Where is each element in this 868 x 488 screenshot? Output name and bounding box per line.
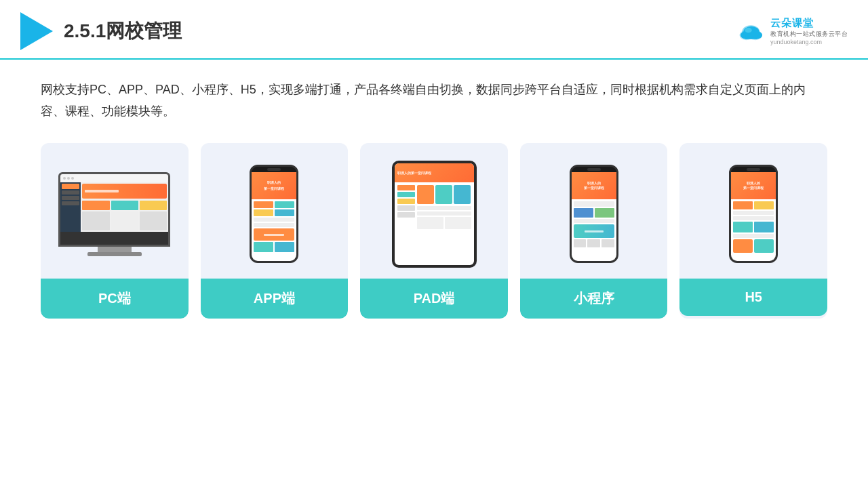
brand-logo: 云朵课堂 教育机构一站式服务云平台 yunduoketang.com — [736, 17, 848, 45]
card-pc-image — [41, 143, 189, 279]
tablet-screen: 职涯人的第一堂问课程 — [395, 163, 474, 265]
brand-slogan: 教育机构一站式服务云平台 — [770, 30, 848, 39]
cards-container: PC端 职涯人的 第一堂问课程 — [41, 143, 827, 319]
card-h5-label-text: H5 — [745, 289, 762, 304]
card-app-label: APP端 — [201, 279, 349, 319]
main-content: 网校支持PC、APP、PAD、小程序、H5，实现多端打通，产品各终端自由切换，数… — [0, 60, 868, 332]
card-pad-image: 职涯人的第一堂问课程 — [360, 143, 508, 279]
card-pc-label-text: PC端 — [98, 291, 131, 306]
brand-text: 云朵课堂 教育机构一站式服务云平台 yunduoketang.com — [770, 17, 848, 45]
description-text: 网校支持PC、APP、PAD、小程序、H5，实现多端打通，产品各终端自由切换，数… — [41, 79, 827, 123]
phone-notch — [252, 167, 296, 172]
card-pad-label-text: PAD端 — [414, 291, 455, 306]
svg-rect-6 — [745, 35, 757, 39]
card-miniapp-label: 小程序 — [520, 279, 668, 319]
card-h5-image: 职涯人的 第一堂问课程 — [679, 143, 827, 279]
card-h5: 职涯人的 第一堂问课程 — [679, 143, 827, 319]
phone-body-app: 职涯人的 第一堂问课程 — [250, 165, 298, 263]
phone-mockup-app: 职涯人的 第一堂问课程 — [249, 165, 300, 263]
tablet-body: 职涯人的第一堂问课程 — [392, 161, 477, 268]
page-title: 2.5.1网校管理 — [64, 18, 182, 44]
phone-body-miniapp: 职涯人的 第一堂问课程 — [570, 165, 618, 263]
card-h5-label: H5 — [679, 279, 827, 316]
pc-screen — [58, 172, 170, 247]
header-left: 2.5.1网校管理 — [20, 12, 182, 50]
card-pc: PC端 — [41, 143, 189, 319]
phone-mockup-h5: 职涯人的 第一堂问课程 — [728, 165, 779, 263]
pc-mockup — [57, 172, 172, 256]
card-app-label-text: APP端 — [254, 291, 295, 306]
svg-point-7 — [745, 28, 751, 33]
header-right: 云朵课堂 教育机构一站式服务云平台 yunduoketang.com — [736, 17, 848, 45]
brand-url: yunduoketang.com — [770, 39, 822, 45]
card-app-image: 职涯人的 第一堂问课程 — [201, 143, 349, 279]
card-app: 职涯人的 第一堂问课程 — [201, 143, 349, 319]
phone-body-h5: 职涯人的 第一堂问课程 — [729, 165, 778, 263]
phone-notch-h5 — [731, 167, 776, 172]
logo-triangle-icon — [20, 12, 53, 50]
card-miniapp-image: 职涯人的 第一堂问课程 — [520, 143, 668, 279]
card-pad: 职涯人的第一堂问课程 — [360, 143, 508, 319]
phone-notch-miniapp — [572, 167, 616, 172]
card-pad-label: PAD端 — [360, 279, 508, 319]
phone-mockup-miniapp: 职涯人的 第一堂问课程 — [568, 165, 619, 263]
brand-name: 云朵课堂 — [770, 17, 814, 30]
card-pc-label: PC端 — [41, 279, 189, 319]
card-miniapp: 职涯人的 第一堂问课程 — [520, 143, 668, 319]
card-miniapp-label-text: 小程序 — [574, 291, 614, 306]
header: 2.5.1网校管理 云朵课堂 教育机构一站式服务云平台 yunduoketang… — [0, 0, 868, 60]
cloud-icon — [736, 21, 766, 41]
tablet-mockup: 职涯人的第一堂问课程 — [390, 161, 478, 268]
